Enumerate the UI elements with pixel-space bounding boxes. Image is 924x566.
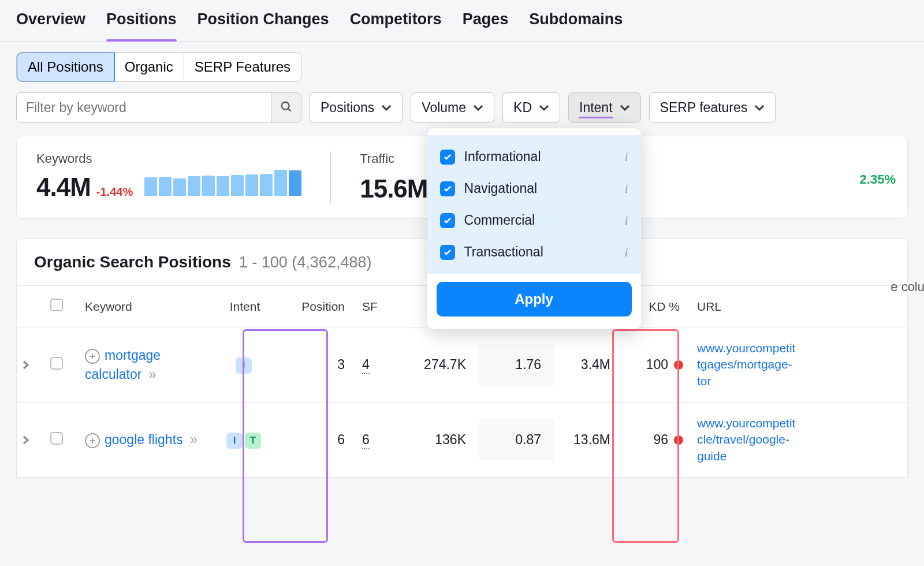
url-link[interactable]: www.yourcompetitcle/travel/google-guide [697, 416, 795, 463]
info-icon[interactable]: i [624, 245, 628, 260]
checkbox-checked-icon [440, 213, 455, 228]
cell-position: 3 [282, 344, 357, 385]
intent-badge: T [245, 433, 261, 449]
positions-dropdown[interactable]: Positions [310, 92, 403, 123]
select-all-checkbox[interactable] [50, 299, 63, 311]
table-row: +mortgage calculator »I34274.7K1.763.4M1… [17, 327, 907, 403]
chevron-right-icon: » [149, 367, 157, 382]
url-link[interactable]: www.yourcompetittgages/mortgage-tor [697, 341, 795, 388]
search-icon [280, 100, 293, 115]
chevron-down-icon [473, 105, 483, 111]
keyword-link[interactable]: google flights » [105, 432, 198, 447]
table-row: +google flights »IT66136K0.8713.6M96www.… [17, 403, 907, 478]
intent-dropdown-panel: Informationali Navigationali Commerciali… [427, 128, 641, 329]
col-intent[interactable]: Intent [207, 287, 282, 326]
expand-row-icon[interactable] [21, 359, 41, 371]
serp-features-dropdown[interactable]: SERP features [649, 92, 776, 123]
chevron-down-icon [539, 105, 549, 111]
cell-volume: 3.4M [554, 344, 623, 385]
tab-overview[interactable]: Overview [16, 10, 85, 41]
cell-volume: 13.6M [554, 419, 623, 460]
tab-competitors[interactable]: Competitors [350, 10, 442, 41]
svg-line-1 [288, 109, 290, 111]
cell-position: 6 [282, 419, 357, 460]
col-position[interactable]: Position [282, 287, 357, 326]
col-keyword[interactable]: Keyword [80, 287, 207, 326]
keyword-search-input[interactable] [17, 93, 271, 122]
metric-extra-delta: 2.35% [860, 172, 896, 187]
add-keyword-icon[interactable]: + [85, 433, 100, 448]
intent-badge: I [226, 433, 243, 449]
info-icon[interactable]: i [624, 150, 628, 165]
intent-dropdown[interactable]: Intent [568, 92, 641, 123]
metric-delta: -1.44% [96, 185, 133, 199]
metric-value: 15.6M [360, 174, 427, 203]
keyword-search [16, 92, 301, 123]
tab-pages[interactable]: Pages [463, 10, 509, 41]
cell-traffic-pct: 0.87 [479, 419, 554, 460]
section-title: Organic Search Positions [34, 253, 231, 271]
chevron-down-icon [754, 105, 765, 111]
col-sf[interactable]: SF [357, 287, 404, 326]
intent-option-commercial[interactable]: Commerciali [427, 204, 641, 236]
kd-dropdown[interactable]: KD [502, 92, 560, 123]
search-button[interactable] [271, 93, 301, 122]
chevron-down-icon [620, 105, 630, 111]
cell-sf: 4 [357, 344, 404, 385]
section-range: 1 - 100 (4,362,488) [239, 254, 372, 271]
position-filter-group: All Positions Organic SERP Features [16, 52, 301, 82]
intent-apply-button[interactable]: Apply [437, 282, 632, 316]
nav-tabs: Overview Positions Position Changes Comp… [0, 0, 924, 42]
chevron-down-icon [381, 105, 392, 111]
cell-kd: 100 [628, 357, 688, 373]
manage-columns-button[interactable]: e colu [891, 280, 924, 295]
expand-row-icon[interactable] [21, 434, 41, 446]
cell-traffic-pct: 1.76 [479, 344, 554, 385]
svg-point-0 [281, 102, 289, 110]
tab-positions[interactable]: Positions [106, 10, 177, 41]
cell-traffic: 136K [404, 419, 479, 460]
intent-option-informational[interactable]: Informationali [427, 141, 641, 173]
difficulty-dot-icon [674, 435, 683, 445]
filter-organic[interactable]: Organic [114, 53, 184, 81]
col-url[interactable]: URL [692, 287, 843, 326]
filter-serp-features[interactable]: SERP Features [184, 53, 301, 81]
row-checkbox[interactable] [50, 432, 63, 445]
tab-position-changes[interactable]: Position Changes [198, 10, 329, 41]
row-checkbox[interactable] [50, 357, 63, 370]
info-icon[interactable]: i [624, 213, 628, 228]
intent-option-transactional[interactable]: Transactionali [427, 236, 641, 268]
checkbox-checked-icon [440, 150, 455, 165]
sparkline-bars [144, 170, 301, 196]
checkbox-checked-icon [440, 245, 455, 260]
metric-label: Keywords [36, 151, 301, 166]
tab-subdomains[interactable]: Subdomains [529, 10, 623, 41]
difficulty-dot-icon [674, 360, 683, 370]
volume-dropdown[interactable]: Volume [411, 92, 494, 123]
metric-value: 4.4M [36, 173, 91, 202]
checkbox-checked-icon [440, 181, 455, 196]
cell-sf: 6 [357, 419, 404, 460]
cell-kd: 96 [628, 432, 688, 448]
intent-badge: I [236, 358, 252, 374]
chevron-right-icon: » [190, 432, 198, 447]
metric-keywords: Keywords 4.4M -1.44% [36, 151, 330, 202]
info-icon[interactable]: i [624, 181, 628, 196]
intent-option-navigational[interactable]: Navigationali [427, 173, 641, 204]
add-keyword-icon[interactable]: + [85, 349, 100, 364]
filter-all-positions[interactable]: All Positions [16, 52, 115, 82]
cell-traffic: 274.7K [404, 344, 479, 385]
